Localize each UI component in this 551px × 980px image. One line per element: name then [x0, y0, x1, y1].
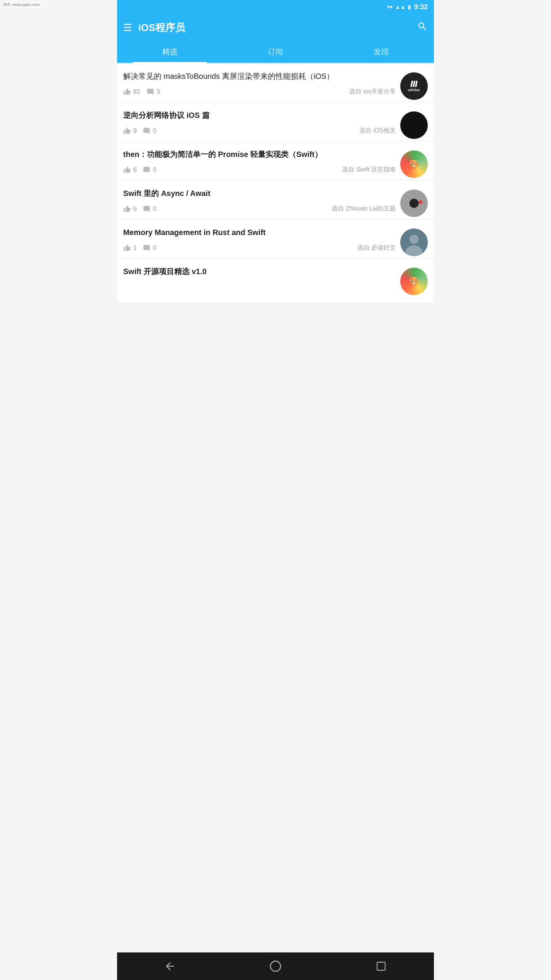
article-title: Swift 里的 Async / Await [123, 188, 396, 199]
comment-count: 0 [143, 244, 156, 252]
wifi-icon: ▾▾ [387, 4, 393, 10]
article-source: 选自 Zhixuan Lai的主题 [332, 205, 396, 213]
article-thumbnail: 🎨 [400, 268, 428, 295]
comment-count: 3 [147, 88, 160, 96]
tab-bar: 精选 订阅 发现 [117, 41, 434, 63]
article-content: Swift 开源项目精选 v1.0 [123, 266, 400, 283]
list-item[interactable]: Swift 里的 Async / Await 5 0 选自 Zhixuan La… [117, 180, 434, 219]
article-meta: 6 0 选自 Swift 语言指南 [123, 166, 396, 180]
article-content: then：功能极为简洁单一的 Promise 轻量实现类（Swift） 6 0 … [123, 149, 400, 180]
like-count: 82 [123, 88, 140, 96]
article-source: 选自 Swift 语言指南 [342, 166, 396, 174]
svg-point-1 [409, 235, 419, 244]
article-title: 逆向分析网络协议 iOS 篇 [123, 110, 396, 121]
signal-icon: ▲▲ [395, 4, 406, 10]
status-time: 9:32 [414, 3, 428, 11]
like-count: 1 [123, 244, 137, 252]
article-list: 解决常见的 masksToBounds 离屏渲染带来的性能损耗（iOS） 82 … [117, 63, 434, 303]
status-bar: ▾▾ ▲▲ ▮ 9:32 [117, 0, 434, 14]
article-title: Memory Management in Rust and Swift [123, 227, 396, 238]
article-thumbnail [400, 111, 428, 139]
article-thumbnail [400, 189, 428, 217]
article-content: 逆向分析网络协议 iOS 篇 9 0 选自 iOS相关 [123, 110, 400, 141]
meta-stats: 5 0 [123, 205, 332, 213]
search-button[interactable] [417, 21, 428, 34]
like-count: 6 [123, 166, 137, 174]
list-item[interactable]: then：功能极为简洁单一的 Promise 轻量实现类（Swift） 6 0 … [117, 141, 434, 180]
article-meta: 1 0 选自 必读好文 [123, 244, 396, 258]
meta-stats: 9 0 [123, 127, 359, 135]
meta-stats: 6 0 [123, 166, 342, 174]
tab-discover[interactable]: 发现 [328, 41, 434, 62]
article-content: Memory Management in Rust and Swift 1 0 … [123, 227, 400, 258]
article-content: 解决常见的 masksToBounds 离屏渲染带来的性能损耗（iOS） 82 … [123, 71, 400, 102]
tab-subscribe[interactable]: 订阅 [223, 41, 328, 62]
comment-count: 0 [143, 127, 156, 135]
list-item[interactable]: 逆向分析网络协议 iOS 篇 9 0 选自 iOS相关 [117, 102, 434, 141]
tab-featured[interactable]: 精选 [117, 41, 223, 62]
menu-icon[interactable]: ☰ [123, 23, 132, 33]
article-thumbnail: 🎨 [400, 150, 428, 178]
article-meta: 9 0 选自 iOS相关 [123, 127, 396, 141]
meta-stats: 82 3 [123, 88, 349, 96]
article-title: then：功能极为简洁单一的 Promise 轻量实现类（Swift） [123, 149, 396, 160]
article-meta: 82 3 选自 ios开发分享 [123, 88, 396, 102]
list-item[interactable]: Memory Management in Rust and Swift 1 0 … [117, 219, 434, 258]
article-title: 解决常见的 masksToBounds 离屏渲染带来的性能损耗（iOS） [123, 71, 396, 82]
meta-stats: 1 0 [123, 244, 357, 252]
status-icons: ▾▾ ▲▲ ▮ [387, 4, 411, 10]
comment-count: 0 [143, 205, 156, 213]
like-count: 9 [123, 127, 137, 135]
like-count: 5 [123, 205, 137, 213]
article-thumbnail [400, 229, 428, 256]
article-meta: 5 0 选自 Zhixuan Lai的主题 [123, 205, 396, 219]
article-source: 选自 ios开发分享 [349, 88, 396, 96]
list-item[interactable]: 解决常见的 masksToBounds 离屏渲染带来的性能损耗（iOS） 82 … [117, 63, 434, 102]
article-source: 选自 必读好文 [357, 244, 396, 252]
battery-icon: ▮ [408, 4, 411, 10]
article-thumbnail: adidas [400, 72, 428, 100]
article-source: 选自 iOS相关 [359, 127, 396, 135]
app-title: iOS程序员 [138, 21, 417, 34]
article-content: Swift 里的 Async / Await 5 0 选自 Zhixuan La… [123, 188, 400, 219]
list-item[interactable]: Swift 开源项目精选 v1.0 🎨 [117, 258, 434, 303]
comment-count: 0 [143, 166, 156, 174]
article-title: Swift 开源项目精选 v1.0 [123, 266, 396, 277]
top-bar: ☰ iOS程序员 [117, 14, 434, 41]
